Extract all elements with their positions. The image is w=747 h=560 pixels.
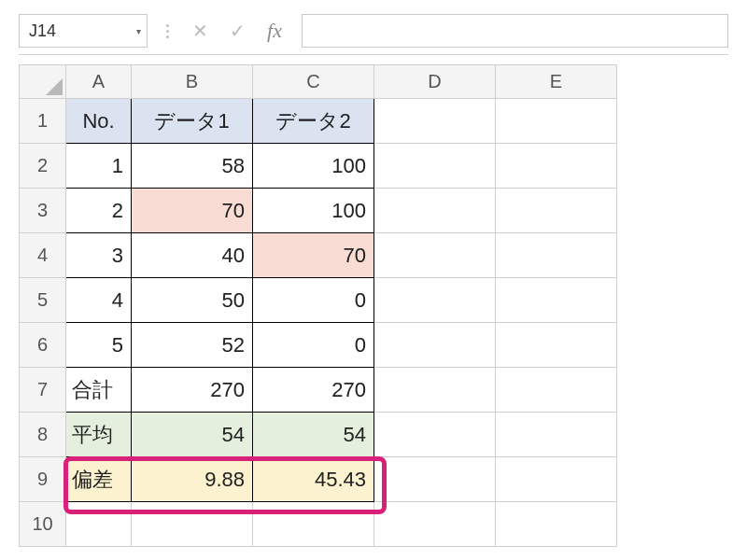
cell[interactable]: 100	[253, 189, 374, 233]
row-header[interactable]: 3	[20, 189, 66, 233]
cell[interactable]	[374, 368, 496, 413]
cell[interactable]	[496, 144, 617, 189]
grip-icon	[166, 24, 169, 38]
cell[interactable]: 58	[132, 144, 253, 189]
row-header[interactable]: 7	[20, 368, 66, 413]
formula-bar-buttons: ✕ ✓ fx	[182, 21, 292, 41]
spreadsheet: A B C D E 1 No. データ1 データ2 2 1 58 100	[19, 64, 728, 547]
grid[interactable]: A B C D E 1 No. データ1 データ2 2 1 58 100	[19, 64, 617, 547]
enter-icon[interactable]: ✓	[227, 21, 247, 40]
row-header[interactable]: 10	[20, 502, 66, 547]
row-header[interactable]: 4	[20, 233, 66, 278]
cell[interactable]: 100	[253, 144, 374, 189]
cell[interactable]: 偏差	[66, 457, 132, 502]
row-header[interactable]: 8	[20, 413, 66, 457]
cancel-icon[interactable]: ✕	[190, 21, 210, 40]
dropdown-icon[interactable]: ▾	[136, 26, 141, 36]
col-header-E[interactable]: E	[496, 65, 617, 99]
cell[interactable]	[496, 189, 617, 233]
cell[interactable]: 合計	[66, 368, 132, 413]
cell[interactable]	[496, 323, 617, 368]
cell[interactable]	[496, 368, 617, 413]
row-header[interactable]: 2	[20, 144, 66, 189]
cell[interactable]: 2	[66, 189, 132, 233]
cell[interactable]: 50	[132, 278, 253, 323]
cell[interactable]: 70	[132, 189, 253, 233]
formula-input[interactable]	[302, 14, 728, 48]
cell[interactable]: データ2	[253, 99, 374, 144]
row-header[interactable]: 5	[20, 278, 66, 323]
cell[interactable]	[374, 99, 496, 144]
cell[interactable]: 70	[253, 233, 374, 278]
cell[interactable]	[374, 502, 496, 547]
row-header[interactable]: 1	[20, 99, 66, 144]
cell[interactable]: 54	[253, 413, 374, 457]
cell[interactable]: 4	[66, 278, 132, 323]
cell[interactable]	[496, 457, 617, 502]
cell[interactable]	[374, 144, 496, 189]
cell[interactable]	[374, 413, 496, 457]
cell[interactable]: 3	[66, 233, 132, 278]
cell[interactable]	[66, 502, 132, 547]
cell[interactable]	[374, 323, 496, 368]
cell[interactable]: 45.43	[253, 457, 374, 502]
formula-bar: J14 ▾ ✕ ✓ fx	[19, 0, 728, 55]
row-header[interactable]: 6	[20, 323, 66, 368]
cell[interactable]: 5	[66, 323, 132, 368]
cell[interactable]	[374, 278, 496, 323]
cell[interactable]	[496, 99, 617, 144]
cell[interactable]: 54	[132, 413, 253, 457]
cell[interactable]	[253, 502, 374, 547]
cell[interactable]	[496, 233, 617, 278]
cell[interactable]: 52	[132, 323, 253, 368]
cell[interactable]: 270	[132, 368, 253, 413]
cell[interactable]	[132, 502, 253, 547]
cell[interactable]: 0	[253, 323, 374, 368]
col-header-B[interactable]: B	[132, 65, 253, 99]
col-header-A[interactable]: A	[66, 65, 132, 99]
cell[interactable]	[496, 413, 617, 457]
cell[interactable]	[374, 457, 496, 502]
cell[interactable]: 0	[253, 278, 374, 323]
cell[interactable]: 1	[66, 144, 132, 189]
name-box[interactable]: J14 ▾	[19, 14, 148, 48]
col-header-D[interactable]: D	[374, 65, 496, 99]
cell[interactable]	[374, 233, 496, 278]
cell[interactable]: 9.88	[132, 457, 253, 502]
name-box-value: J14	[29, 21, 56, 41]
row-header[interactable]: 9	[20, 457, 66, 502]
fx-icon[interactable]: fx	[264, 21, 285, 41]
select-all-corner[interactable]	[20, 65, 66, 99]
cell[interactable]: 40	[132, 233, 253, 278]
cell[interactable]	[496, 278, 617, 323]
cell[interactable]	[374, 189, 496, 233]
cell[interactable]: 270	[253, 368, 374, 413]
cell[interactable]: 平均	[66, 413, 132, 457]
col-header-C[interactable]: C	[253, 65, 374, 99]
cell[interactable]: データ1	[132, 99, 253, 144]
cell[interactable]: No.	[66, 99, 132, 144]
cell[interactable]	[496, 502, 617, 547]
